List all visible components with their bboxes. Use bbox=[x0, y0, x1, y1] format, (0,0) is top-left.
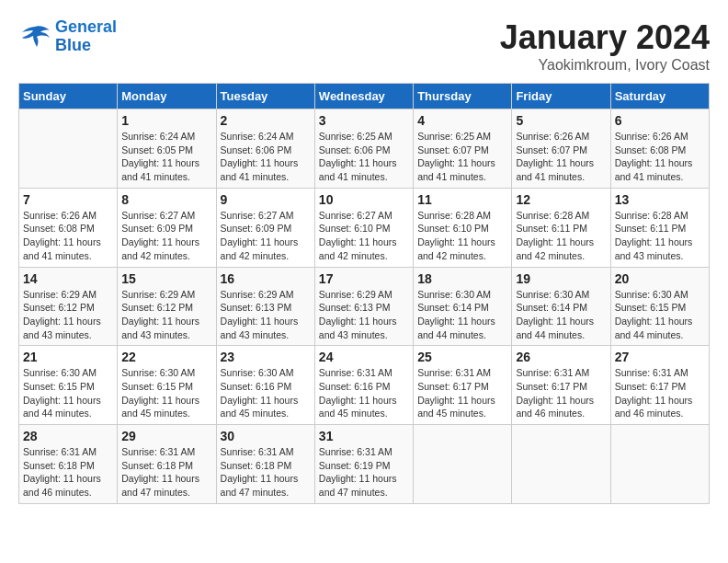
calendar-cell: 25Sunrise: 6:31 AM Sunset: 6:17 PM Dayli… bbox=[414, 346, 512, 425]
day-number: 31 bbox=[319, 429, 409, 443]
calendar-cell: 9Sunrise: 6:27 AM Sunset: 6:09 PM Daylig… bbox=[216, 188, 314, 267]
calendar-cell: 24Sunrise: 6:31 AM Sunset: 6:16 PM Dayli… bbox=[314, 346, 413, 425]
logo-general: General bbox=[55, 17, 117, 36]
calendar-cell: 3Sunrise: 6:25 AM Sunset: 6:06 PM Daylig… bbox=[314, 109, 413, 189]
day-number: 29 bbox=[121, 429, 211, 443]
day-number: 26 bbox=[516, 350, 606, 364]
day-info: Sunrise: 6:29 AM Sunset: 6:13 PM Dayligh… bbox=[319, 288, 409, 342]
day-number: 3 bbox=[319, 113, 409, 128]
calendar-cell: 8Sunrise: 6:27 AM Sunset: 6:09 PM Daylig… bbox=[118, 188, 216, 267]
header-day-monday: Monday bbox=[118, 84, 216, 109]
calendar-cell: 7Sunrise: 6:26 AM Sunset: 6:08 PM Daylig… bbox=[19, 188, 118, 267]
day-info: Sunrise: 6:25 AM Sunset: 6:07 PM Dayligh… bbox=[417, 130, 507, 184]
calendar-title: January 2024 bbox=[500, 18, 710, 57]
calendar-cell bbox=[414, 425, 512, 504]
calendar-cell: 5Sunrise: 6:26 AM Sunset: 6:07 PM Daylig… bbox=[512, 109, 610, 189]
calendar-table: SundayMondayTuesdayWednesdayThursdayFrid… bbox=[18, 83, 710, 504]
day-number: 22 bbox=[121, 350, 211, 364]
day-info: Sunrise: 6:26 AM Sunset: 6:08 PM Dayligh… bbox=[23, 209, 113, 263]
day-info: Sunrise: 6:31 AM Sunset: 6:16 PM Dayligh… bbox=[319, 366, 409, 420]
day-number: 19 bbox=[516, 271, 606, 286]
day-info: Sunrise: 6:28 AM Sunset: 6:11 PM Dayligh… bbox=[615, 209, 705, 263]
day-info: Sunrise: 6:29 AM Sunset: 6:12 PM Dayligh… bbox=[23, 288, 113, 342]
day-number: 18 bbox=[417, 271, 507, 286]
calendar-cell: 28Sunrise: 6:31 AM Sunset: 6:18 PM Dayli… bbox=[19, 425, 118, 504]
day-number: 6 bbox=[615, 113, 705, 128]
day-info: Sunrise: 6:28 AM Sunset: 6:10 PM Dayligh… bbox=[417, 209, 507, 263]
calendar-cell bbox=[610, 425, 709, 504]
day-number: 17 bbox=[319, 271, 409, 286]
calendar-week-row: 1Sunrise: 6:24 AM Sunset: 6:05 PM Daylig… bbox=[19, 109, 710, 189]
day-number: 15 bbox=[121, 271, 211, 286]
calendar-subtitle: Yaokimkroum, Ivory Coast bbox=[500, 57, 710, 74]
calendar-cell: 23Sunrise: 6:30 AM Sunset: 6:16 PM Dayli… bbox=[216, 346, 314, 425]
day-info: Sunrise: 6:30 AM Sunset: 6:16 PM Dayligh… bbox=[221, 366, 311, 420]
day-number: 2 bbox=[221, 113, 311, 128]
day-info: Sunrise: 6:26 AM Sunset: 6:08 PM Dayligh… bbox=[615, 130, 705, 184]
logo: General Blue bbox=[18, 18, 117, 55]
header-day-tuesday: Tuesday bbox=[216, 84, 314, 109]
calendar-cell: 1Sunrise: 6:24 AM Sunset: 6:05 PM Daylig… bbox=[118, 109, 216, 189]
calendar-cell: 12Sunrise: 6:28 AM Sunset: 6:11 PM Dayli… bbox=[512, 188, 610, 267]
day-info: Sunrise: 6:27 AM Sunset: 6:10 PM Dayligh… bbox=[319, 209, 409, 263]
day-info: Sunrise: 6:31 AM Sunset: 6:18 PM Dayligh… bbox=[221, 445, 311, 500]
calendar-cell: 20Sunrise: 6:30 AM Sunset: 6:15 PM Dayli… bbox=[610, 267, 709, 346]
calendar-week-row: 28Sunrise: 6:31 AM Sunset: 6:18 PM Dayli… bbox=[19, 425, 710, 504]
day-info: Sunrise: 6:29 AM Sunset: 6:13 PM Dayligh… bbox=[221, 288, 311, 342]
day-info: Sunrise: 6:27 AM Sunset: 6:09 PM Dayligh… bbox=[221, 209, 311, 263]
day-info: Sunrise: 6:25 AM Sunset: 6:06 PM Dayligh… bbox=[319, 130, 409, 184]
header-day-friday: Friday bbox=[512, 84, 610, 109]
header-day-thursday: Thursday bbox=[414, 84, 512, 109]
day-number: 16 bbox=[221, 271, 311, 286]
logo-bird-icon bbox=[18, 23, 51, 51]
day-info: Sunrise: 6:30 AM Sunset: 6:15 PM Dayligh… bbox=[615, 288, 705, 342]
day-info: Sunrise: 6:30 AM Sunset: 6:14 PM Dayligh… bbox=[417, 288, 507, 342]
logo-blue: Blue bbox=[55, 36, 91, 54]
day-info: Sunrise: 6:24 AM Sunset: 6:05 PM Dayligh… bbox=[121, 130, 211, 184]
calendar-cell bbox=[512, 425, 610, 504]
calendar-cell: 26Sunrise: 6:31 AM Sunset: 6:17 PM Dayli… bbox=[512, 346, 610, 425]
title-area: January 2024 Yaokimkroum, Ivory Coast bbox=[500, 18, 710, 74]
day-number: 24 bbox=[319, 350, 409, 364]
calendar-cell: 13Sunrise: 6:28 AM Sunset: 6:11 PM Dayli… bbox=[610, 188, 709, 267]
calendar-cell: 2Sunrise: 6:24 AM Sunset: 6:06 PM Daylig… bbox=[216, 109, 314, 189]
day-info: Sunrise: 6:30 AM Sunset: 6:14 PM Dayligh… bbox=[516, 288, 606, 342]
calendar-cell: 27Sunrise: 6:31 AM Sunset: 6:17 PM Dayli… bbox=[610, 346, 709, 425]
calendar-cell: 18Sunrise: 6:30 AM Sunset: 6:14 PM Dayli… bbox=[414, 267, 512, 346]
calendar-cell: 19Sunrise: 6:30 AM Sunset: 6:14 PM Dayli… bbox=[512, 267, 610, 346]
header-day-sunday: Sunday bbox=[19, 84, 118, 109]
calendar-cell: 4Sunrise: 6:25 AM Sunset: 6:07 PM Daylig… bbox=[414, 109, 512, 189]
day-number: 14 bbox=[23, 271, 113, 286]
calendar-cell: 11Sunrise: 6:28 AM Sunset: 6:10 PM Dayli… bbox=[414, 188, 512, 267]
day-info: Sunrise: 6:31 AM Sunset: 6:17 PM Dayligh… bbox=[516, 366, 606, 420]
day-number: 25 bbox=[417, 350, 507, 364]
day-info: Sunrise: 6:27 AM Sunset: 6:09 PM Dayligh… bbox=[121, 209, 211, 263]
day-info: Sunrise: 6:31 AM Sunset: 6:17 PM Dayligh… bbox=[615, 366, 705, 420]
day-info: Sunrise: 6:31 AM Sunset: 6:18 PM Dayligh… bbox=[121, 445, 211, 500]
day-number: 7 bbox=[23, 192, 113, 207]
day-number: 11 bbox=[417, 192, 507, 207]
calendar-cell: 10Sunrise: 6:27 AM Sunset: 6:10 PM Dayli… bbox=[314, 188, 413, 267]
day-info: Sunrise: 6:31 AM Sunset: 6:19 PM Dayligh… bbox=[319, 445, 409, 500]
day-number: 12 bbox=[516, 192, 606, 207]
calendar-cell: 16Sunrise: 6:29 AM Sunset: 6:13 PM Dayli… bbox=[216, 267, 314, 346]
day-number: 27 bbox=[615, 350, 705, 364]
calendar-week-row: 14Sunrise: 6:29 AM Sunset: 6:12 PM Dayli… bbox=[19, 267, 710, 346]
day-number: 10 bbox=[319, 192, 409, 207]
header-day-saturday: Saturday bbox=[610, 84, 709, 109]
calendar-cell: 30Sunrise: 6:31 AM Sunset: 6:18 PM Dayli… bbox=[216, 425, 314, 504]
calendar-week-row: 7Sunrise: 6:26 AM Sunset: 6:08 PM Daylig… bbox=[19, 188, 710, 267]
calendar-cell: 21Sunrise: 6:30 AM Sunset: 6:15 PM Dayli… bbox=[19, 346, 118, 425]
day-info: Sunrise: 6:28 AM Sunset: 6:11 PM Dayligh… bbox=[516, 209, 606, 263]
day-info: Sunrise: 6:31 AM Sunset: 6:17 PM Dayligh… bbox=[417, 366, 507, 420]
calendar-cell bbox=[19, 109, 118, 189]
day-number: 28 bbox=[23, 429, 113, 443]
day-number: 13 bbox=[615, 192, 705, 207]
calendar-cell: 17Sunrise: 6:29 AM Sunset: 6:13 PM Dayli… bbox=[314, 267, 413, 346]
calendar-header-row: SundayMondayTuesdayWednesdayThursdayFrid… bbox=[19, 84, 710, 109]
calendar-cell: 6Sunrise: 6:26 AM Sunset: 6:08 PM Daylig… bbox=[610, 109, 709, 189]
day-info: Sunrise: 6:26 AM Sunset: 6:07 PM Dayligh… bbox=[516, 130, 606, 184]
day-number: 5 bbox=[516, 113, 606, 128]
day-number: 1 bbox=[121, 113, 211, 128]
day-number: 30 bbox=[221, 429, 311, 443]
